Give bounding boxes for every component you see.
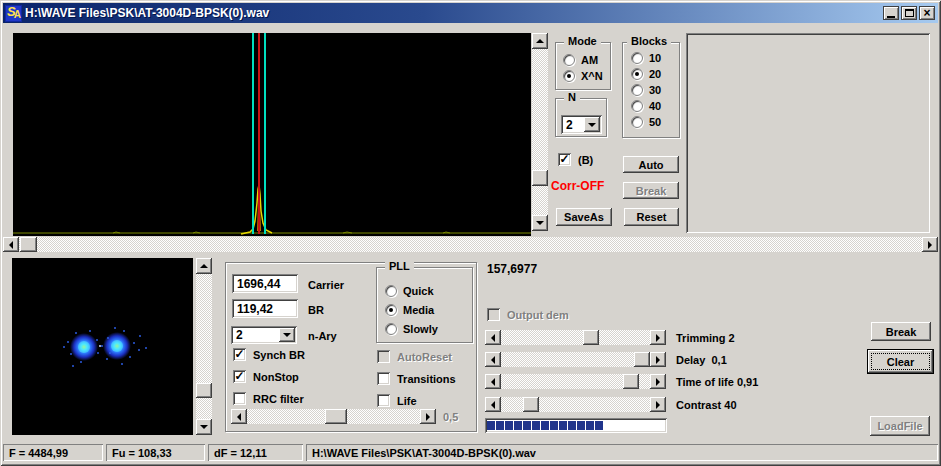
radio-am[interactable]: AM xyxy=(563,54,598,66)
arrow-left-icon xyxy=(233,413,241,421)
slider-left-button[interactable] xyxy=(485,374,501,389)
radio-media[interactable]: Media xyxy=(385,304,434,316)
spectrum-vertical-scrollbar[interactable] xyxy=(532,33,548,231)
contrast-label: Contrast 40 xyxy=(676,399,737,411)
pll-group: PLL Quick Media Slowly xyxy=(376,267,473,343)
slider-thumb[interactable] xyxy=(583,330,599,345)
nary-value: 2 xyxy=(236,328,243,342)
br-label: BR xyxy=(308,304,324,316)
scroll-down-button[interactable] xyxy=(532,215,548,231)
slider-track[interactable] xyxy=(501,374,650,389)
slider-thumb[interactable] xyxy=(325,409,347,424)
break-button[interactable]: Break xyxy=(871,322,931,341)
synch-br-checkbox[interactable]: Synch BR xyxy=(233,348,305,361)
n-value: 2 xyxy=(566,118,573,132)
slider-thumb[interactable] xyxy=(523,397,539,412)
constellation-vertical-scrollbar[interactable] xyxy=(196,258,212,435)
slider-thumb[interactable] xyxy=(623,374,639,389)
clear-button[interactable]: Clear xyxy=(868,350,933,373)
slider-left-button[interactable] xyxy=(485,352,501,367)
scroll-down-button[interactable] xyxy=(196,419,212,435)
scrollbar-track[interactable] xyxy=(196,274,212,419)
spectrum-display[interactable] xyxy=(13,33,531,236)
rrc-rolloff-slider[interactable] xyxy=(231,409,436,424)
slider-right-button[interactable] xyxy=(650,397,666,412)
mode-group: Mode AM X^N xyxy=(555,42,611,90)
slider-left-button[interactable] xyxy=(485,330,501,345)
slider-right-button[interactable] xyxy=(650,330,666,345)
slider-track[interactable] xyxy=(501,330,650,345)
carrier-label: Carrier xyxy=(308,279,344,291)
slider-delay[interactable] xyxy=(485,352,666,367)
auto-button[interactable]: Auto xyxy=(623,156,679,173)
arrow-left-icon xyxy=(5,241,13,249)
carrier-value: 1696,44 xyxy=(237,277,280,291)
checkbox-disabled-icon xyxy=(377,350,390,363)
arrow-up-icon xyxy=(200,260,208,268)
minimize-button[interactable] xyxy=(883,6,899,20)
b-checkbox[interactable]: (B) xyxy=(558,153,593,166)
slider-left-button[interactable] xyxy=(485,397,501,412)
radio-blocks-30[interactable]: 30 xyxy=(631,84,661,96)
scroll-left-button[interactable] xyxy=(3,237,19,252)
nonstop-checkbox[interactable]: NonStop xyxy=(233,370,299,383)
nary-dropdown-button[interactable] xyxy=(279,328,295,342)
scrollbar-track[interactable] xyxy=(532,49,548,215)
radio-blocks-10[interactable]: 10 xyxy=(631,52,661,64)
scroll-right-button[interactable] xyxy=(922,237,938,252)
slider-contrast[interactable] xyxy=(485,397,666,412)
n-dropdown-button[interactable] xyxy=(584,117,600,132)
reset-button[interactable]: Reset xyxy=(624,208,679,226)
loadfile-button: LoadFile xyxy=(870,416,930,436)
break-top-button: Break xyxy=(623,182,679,199)
slider-track[interactable] xyxy=(247,409,420,424)
scrollbar-thumb[interactable] xyxy=(532,170,548,186)
slider-time-of-life[interactable] xyxy=(485,374,666,389)
radio-xn[interactable]: X^N xyxy=(563,70,603,82)
blocks-group: Blocks 10 20 30 40 50 xyxy=(622,42,680,138)
title-bar: SA H:\WAVE Files\PSK\AT-3004D-BPSK(0).wa… xyxy=(3,3,938,23)
br-input[interactable]: 119,42 xyxy=(232,299,298,318)
radio-slowly[interactable]: Slowly xyxy=(385,323,438,335)
nary-combobox[interactable]: 2 xyxy=(231,326,297,344)
scrollbar-thumb[interactable] xyxy=(196,383,212,398)
slider-right-button[interactable] xyxy=(420,409,436,424)
slider-thumb[interactable] xyxy=(634,352,650,367)
scrollbar-track[interactable] xyxy=(19,237,922,252)
trimming-label: Trimming 2 xyxy=(676,332,735,344)
checkbox-icon xyxy=(233,392,246,405)
close-icon: × xyxy=(923,8,930,18)
saveas-button[interactable]: SaveAs xyxy=(556,208,612,226)
radio-quick[interactable]: Quick xyxy=(385,285,434,297)
checkbox-icon xyxy=(377,372,390,385)
slider-right-button[interactable] xyxy=(650,352,666,367)
slider-trimming[interactable] xyxy=(485,330,666,345)
life-checkbox[interactable]: Life xyxy=(377,394,417,407)
status-f: F = 4484,99 xyxy=(3,444,103,461)
arrow-right-icon xyxy=(928,241,936,249)
spectrum-horizontal-scrollbar[interactable] xyxy=(3,237,938,252)
slider-right-button[interactable] xyxy=(650,374,666,389)
arrow-right-icon xyxy=(656,356,664,364)
maximize-button[interactable] xyxy=(901,6,917,20)
radio-icon xyxy=(631,100,643,112)
radio-blocks-20[interactable]: 20 xyxy=(631,68,661,80)
scroll-up-button[interactable] xyxy=(532,33,548,49)
radio-blocks-40[interactable]: 40 xyxy=(631,100,661,112)
transitions-checkbox[interactable]: Transitions xyxy=(377,372,456,385)
arrow-right-icon xyxy=(656,401,664,409)
slider-left-button[interactable] xyxy=(231,409,247,424)
arrow-left-icon xyxy=(487,334,495,342)
slider-track[interactable] xyxy=(501,397,650,412)
slider-track[interactable] xyxy=(501,352,650,367)
scroll-up-button[interactable] xyxy=(196,258,212,274)
n-combobox[interactable]: 2 xyxy=(561,115,602,134)
close-button[interactable]: × xyxy=(919,6,935,20)
scrollbar-thumb[interactable] xyxy=(20,237,37,252)
progress-bar-fill xyxy=(487,421,603,430)
carrier-input[interactable]: 1696,44 xyxy=(232,274,298,293)
radio-blocks-50[interactable]: 50 xyxy=(631,116,661,128)
rrc-filter-checkbox[interactable]: RRC filter xyxy=(233,392,304,405)
minimize-icon xyxy=(887,16,895,18)
status-filepath: H:\WAVE Files\PSK\AT-3004D-BPSK(0).wav xyxy=(306,444,938,461)
